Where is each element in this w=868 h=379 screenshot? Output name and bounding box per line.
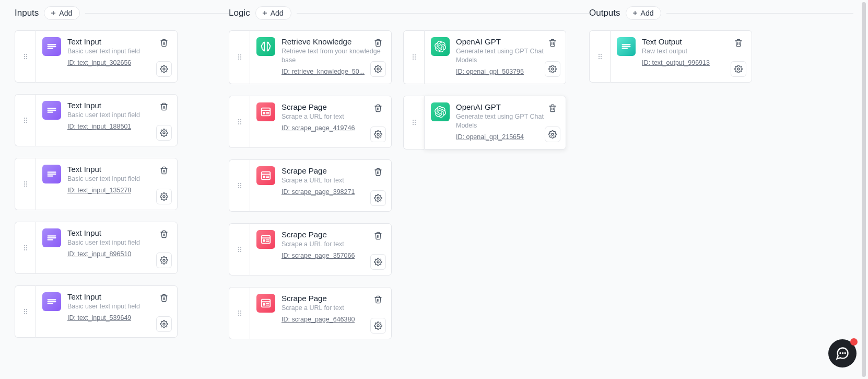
drag-handle[interactable] [15,285,36,338]
delete-button[interactable] [156,35,172,51]
delete-button[interactable] [370,228,386,244]
svg-rect-93 [263,239,266,242]
settings-button[interactable] [370,318,386,334]
node-card[interactable]: OpenAI GPTGenerate text using GPT Chat M… [403,96,566,150]
card-id-link[interactable]: ID: scrape_page_646380 [281,316,355,323]
settings-button[interactable] [370,61,386,77]
svg-point-135 [840,353,840,353]
delete-button[interactable] [370,100,386,116]
delete-button[interactable] [370,292,386,307]
openai-icon [431,37,450,56]
card-body[interactable]: Scrape PageScrape a URL for textID: scra… [250,96,392,148]
card-description: Basic user text input field [67,47,171,56]
drag-handle[interactable] [15,30,36,83]
card-body[interactable]: Retrieve KnowledgeRetrieve text from you… [250,30,392,84]
delete-button[interactable] [156,99,172,114]
card-id-link[interactable]: ID: scrape_page_398271 [281,188,355,196]
card-title: Retrieve Knowledge [281,37,385,46]
node-card[interactable]: Scrape PageScrape a URL for textID: scra… [229,159,392,212]
svg-point-109 [413,54,414,55]
node-card[interactable]: Text InputBasic user text input fieldID:… [15,285,229,338]
settings-button[interactable] [545,61,560,77]
add-input-button[interactable]: Add [44,6,80,20]
card-body[interactable]: Text InputBasic user text input fieldID:… [36,30,178,83]
drag-handle[interactable] [403,30,424,84]
card-body[interactable]: Scrape PageScrape a URL for textID: scra… [250,287,392,339]
settings-button[interactable] [370,254,386,270]
card-body[interactable]: Text OutputRaw text outputID: text_outpu… [610,30,752,83]
card-id-link[interactable]: ID: openai_gpt_503795 [456,68,524,75]
delete-button[interactable] [156,226,172,242]
add-output-button[interactable]: Add [626,6,662,20]
node-card[interactable]: OpenAI GPTGenerate text using GPT Chat M… [403,30,566,84]
card-id-link[interactable]: ID: scrape_page_419746 [281,124,355,132]
card-body[interactable]: OpenAI GPTGenerate text using GPT Chat M… [424,30,566,84]
text-input-icon [42,228,61,247]
delete-button[interactable] [731,35,746,51]
svg-point-86 [240,247,241,248]
add-logic-button[interactable]: Add [255,6,291,20]
card-body[interactable]: Text InputBasic user text input fieldID:… [36,158,178,210]
card-body[interactable]: Scrape PageScrape a URL for textID: scra… [250,159,392,212]
svg-point-76 [240,185,241,186]
scrollbar[interactable] [862,2,866,377]
drag-handle[interactable] [589,30,610,83]
drag-handle[interactable] [229,159,250,212]
delete-button[interactable] [156,290,172,306]
svg-point-57 [240,56,241,58]
scrape-page-icon [256,102,275,121]
drag-handle[interactable] [229,96,250,148]
card-body[interactable]: Scrape PageScrape a URL for textID: scra… [250,223,392,275]
settings-button[interactable] [545,127,560,142]
node-card[interactable]: Text OutputRaw text outputID: text_outpu… [589,30,853,83]
svg-point-78 [240,187,241,188]
node-card[interactable]: Text InputBasic user text input fieldID:… [15,94,229,146]
svg-point-117 [415,120,416,121]
card-body[interactable]: Text InputBasic user text input fieldID:… [36,94,178,146]
card-body[interactable]: Text InputBasic user text input fieldID:… [36,285,178,338]
drag-handle[interactable] [229,287,250,339]
svg-point-11 [163,68,165,70]
chat-fab[interactable] [828,339,857,367]
node-card[interactable]: Text InputBasic user text input fieldID:… [15,222,229,274]
settings-button[interactable] [156,125,172,141]
node-card[interactable]: Text InputBasic user text input fieldID:… [15,30,229,83]
node-card[interactable]: Retrieve KnowledgeRetrieve text from you… [229,30,392,84]
card-id-link[interactable]: ID: text_input_539649 [67,314,131,321]
node-card[interactable]: Scrape PageScrape a URL for textID: scra… [229,96,392,148]
drag-handle[interactable] [403,96,424,150]
settings-button[interactable] [731,61,746,77]
node-card[interactable]: Scrape PageScrape a URL for textID: scra… [229,287,392,339]
delete-button[interactable] [545,35,560,51]
card-id-link[interactable]: ID: text_input_188501 [67,123,131,130]
svg-point-96 [377,261,379,263]
delete-button[interactable] [156,163,172,178]
card-id-link[interactable]: ID: openai_gpt_215654 [456,133,524,141]
card-body[interactable]: OpenAI GPTGenerate text using GPT Chat M… [424,96,566,150]
card-body[interactable]: Text InputBasic user text input fieldID:… [36,222,178,274]
delete-button[interactable] [545,100,560,116]
drag-handle[interactable] [229,223,250,275]
svg-point-32 [24,245,25,246]
card-id-link[interactable]: ID: text_input_896510 [67,250,131,258]
settings-button[interactable] [156,61,172,77]
drag-handle[interactable] [15,222,36,274]
node-card[interactable]: Text InputBasic user text input fieldID:… [15,158,229,210]
settings-button[interactable] [156,189,172,204]
card-id-link[interactable]: ID: scrape_page_357066 [281,252,355,259]
card-id-link[interactable]: ID: text_input_302656 [67,59,131,66]
settings-button[interactable] [156,316,172,332]
drag-handle[interactable] [229,30,250,84]
add-label: Add [271,9,284,17]
delete-button[interactable] [370,164,386,180]
card-id-link[interactable]: ID: retrieve_knowledge_50... [281,68,365,75]
drag-handle[interactable] [15,158,36,210]
node-card[interactable]: Scrape PageScrape a URL for textID: scra… [229,223,392,275]
settings-button[interactable] [370,190,386,206]
settings-button[interactable] [156,252,172,268]
delete-button[interactable] [370,35,386,51]
drag-handle[interactable] [15,94,36,146]
card-id-link[interactable]: ID: text_input_135278 [67,187,131,194]
settings-button[interactable] [370,127,386,142]
card-id-link[interactable]: ID: text_output_996913 [642,59,710,66]
